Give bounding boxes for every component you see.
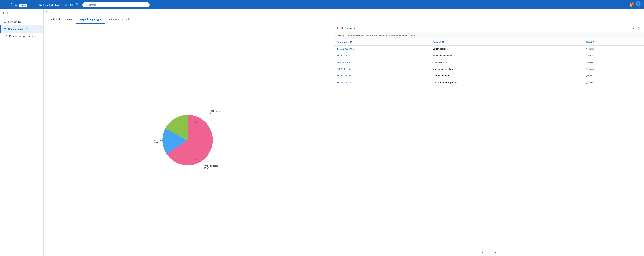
table-cell-reference-3: NC-2023-4450 — [334, 66, 430, 72]
table-row: NC-2023-4417Pièces XX reçues pas à la bo… — [334, 79, 644, 86]
page-title[interactable]: Non-Conformités ▾ — [39, 3, 61, 6]
status-badge: Qualifiée — [586, 81, 594, 84]
pagination-button[interactable]: — — [486, 251, 492, 255]
main-layout: ≡ ☆ ⊞ Suivi des NC ◔ Répartitions des NC… — [0, 10, 644, 256]
grid-view-button[interactable]: ⊞ — [70, 3, 73, 6]
table-action-buttons: 👁 ⬜ — [631, 26, 641, 30]
status-badge: A qualifier — [586, 68, 594, 70]
table-cell-reference-1: NC-2023-4459 — [334, 52, 430, 59]
brand-name: efalia process — [8, 2, 27, 7]
sidebar-item-repartitions[interactable]: ◔ Répartitions des NC — [0, 25, 44, 32]
filter-icon-statut: ⊟ — [593, 41, 594, 43]
table-cell-resume-3: problème d'emballage — [430, 66, 583, 72]
star-icon: ☆ — [6, 12, 8, 14]
status-badge: Clôturée — [586, 61, 593, 64]
nc-dot-indicator — [337, 27, 338, 29]
table-body: NC-2023-4461Carton dégradéA qualifierNC-… — [334, 46, 644, 86]
search-button[interactable]: 🔍 — [75, 3, 79, 6]
tab-repartition-type[interactable]: Répartition par type — [76, 16, 105, 24]
list-icon: ≡ — [3, 12, 4, 14]
nc-table: Référence ↓ ⊟ Résumé ⊟ — [334, 39, 644, 86]
grid-icon: ⊞ — [70, 3, 73, 6]
pie-chart-container: NC Interne 9 NC NC Client 6 NC NC Fourni… — [154, 108, 221, 172]
notification-badge: 23 — [631, 2, 634, 5]
hamburger-icon — [3, 4, 7, 6]
tab-repartition-etats[interactable]: Répartition par états — [47, 16, 76, 24]
status-badge: A qualifier — [586, 48, 594, 50]
sidebar: ≡ ☆ ⊞ Suivi des NC ◔ Répartitions des NC… — [0, 10, 44, 256]
column-header-statut[interactable]: Statut ⊟ — [583, 39, 644, 46]
reference-link-4[interactable]: NC-2023-4434 — [337, 74, 427, 77]
sidebar-favorites-button[interactable]: ☆ — [6, 12, 8, 14]
column-header-resume[interactable]: Résumé ⊟ — [430, 39, 583, 46]
column-header-reference[interactable]: Référence ↓ ⊟ — [334, 39, 430, 46]
chart-icon: ◔ — [4, 27, 6, 30]
notifications-button[interactable]: 🔔 23 — [629, 3, 633, 7]
table-cell-statut-5: Qualifiée — [583, 79, 644, 86]
reference-link-5[interactable]: NC-2023-4417 — [337, 81, 427, 84]
table-cell-resume-2: prb livraison lait — [430, 59, 583, 66]
table-toolbar: NC Fournisseur 👁 ⬜ — [334, 24, 644, 32]
sidebar-nav: ⊞ Suivi des NC ◔ Répartitions des NC 📈 E… — [0, 17, 44, 41]
refresh-button[interactable]: ↻ — [46, 11, 48, 14]
table-cell-statut-3: A qualifier — [583, 66, 644, 72]
export-button[interactable]: ⬜ — [636, 26, 641, 30]
sidebar-toolbar: ≡ ☆ — [0, 10, 44, 17]
table-cell-reference-5: NC-2023-4417 — [334, 79, 430, 86]
avatar: 👤 — [636, 1, 641, 6]
table-header: Référence ↓ ⊟ Résumé ⊟ — [334, 39, 644, 46]
group-hint-bar: Faites glisser un en-tête de colonne et … — [334, 32, 644, 39]
panel: NC Interne 9 NC NC Client 6 NC NC Fourni… — [44, 24, 644, 256]
table-cell-reference-2: NC-2023-4453 — [334, 59, 430, 66]
line-chart-icon: 📈 — [4, 34, 7, 38]
ref-dot-indicator — [337, 48, 338, 50]
tab-repartition-mois[interactable]: Répartition par mois — [105, 16, 134, 24]
hamburger-menu-button[interactable] — [3, 4, 7, 6]
kanban-view-button[interactable]: ▦ — [64, 3, 68, 6]
navbar-divider — [36, 2, 36, 7]
sidebar-item-label: Suivi des NC — [8, 20, 22, 23]
bookmark-button[interactable]: ☆ — [50, 11, 52, 14]
table-cell-statut-4: Qualifiée — [583, 72, 644, 79]
export-icon: ⬜ — [637, 26, 641, 29]
refresh-icon: ↻ — [46, 11, 48, 14]
table-cell-resume-4: Materiel manquant — [430, 72, 583, 79]
sidebar-item-echantillonnage[interactable]: 📈 Echantillonnage par mois — [0, 32, 44, 40]
reference-link-2[interactable]: NC-2023-4453 — [337, 61, 427, 64]
sidebar-item-suivi[interactable]: ⊞ Suivi des NC — [0, 18, 44, 25]
content-area: ↻ ☆ Répartition par états Répartition pa… — [44, 10, 644, 256]
chart-label-interne: NC Interne 9 NC — [210, 110, 220, 114]
table-footer: ▲ — ▼ — [334, 249, 644, 256]
brand-badge: process — [19, 4, 27, 6]
next-page-button[interactable]: ▼ — [493, 251, 498, 255]
table-scroll-container[interactable]: Référence ↓ ⊟ Résumé ⊟ — [334, 39, 644, 249]
pie-chart — [162, 115, 213, 165]
table-area: NC Fournisseur 👁 ⬜ Faites glisser un en-… — [334, 24, 644, 256]
search-input[interactable] — [82, 2, 150, 8]
sidebar-item-label: Répartitions des NC — [8, 28, 29, 30]
table-cell-reference-0: NC-2023-4461 — [334, 46, 430, 52]
table-row: NC-2023-4450problème d'emballageA qualif… — [334, 66, 644, 72]
search-icon: 🔍 — [75, 3, 79, 6]
table-cell-statut-2: Clôturée — [583, 59, 644, 66]
grid-icon: ⊞ — [4, 20, 6, 23]
user-icon: 👤 — [636, 2, 640, 5]
chart-label-fournisseur: NC Fournisseur 16 NC — [204, 165, 218, 170]
user-name-label: celine — [636, 6, 641, 8]
nc-filter-label: NC Fournisseur — [340, 27, 355, 29]
sidebar-list-view-button[interactable]: ≡ — [3, 12, 4, 14]
table-cell-statut-1: Clôturée — [583, 52, 644, 59]
table-cell-statut-0: A qualifier — [583, 46, 644, 52]
panel-divider[interactable]: ⋮ — [332, 24, 334, 256]
bookmark-icon: ☆ — [50, 11, 52, 14]
prev-page-button[interactable]: ▲ — [480, 251, 485, 255]
table-row: NC-2023-4459pièces deffectueuseClôturée — [334, 52, 644, 59]
table-row: NC-2023-4461Carton dégradéA qualifier — [334, 46, 644, 52]
reference-link-3[interactable]: NC-2023-4450 — [337, 68, 427, 70]
reference-link-0[interactable]: NC-2023-4461 — [337, 48, 427, 50]
kanban-icon: ▦ — [64, 3, 68, 6]
title-caret-icon: ▾ — [60, 4, 61, 6]
reference-link-1[interactable]: NC-2023-4459 — [337, 54, 427, 57]
eye-view-button[interactable]: 👁 — [631, 26, 635, 30]
user-menu-button[interactable]: 👤 celine — [636, 1, 641, 8]
